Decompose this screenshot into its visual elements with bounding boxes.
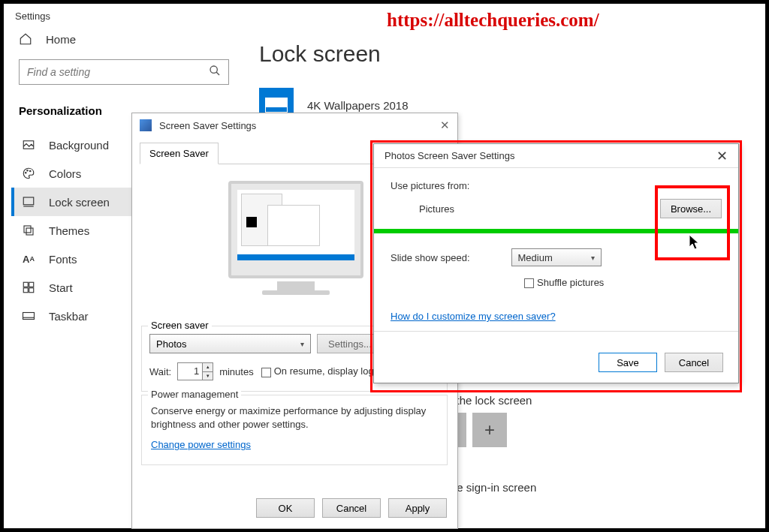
search-icon xyxy=(209,65,221,80)
svg-rect-14 xyxy=(23,313,35,320)
cancel-button[interactable]: Cancel xyxy=(665,353,723,372)
tab-screensaver[interactable]: Screen Saver xyxy=(140,143,219,164)
nav-label: Fonts xyxy=(49,253,77,266)
nav-label: Background xyxy=(49,139,109,152)
palette-icon xyxy=(22,167,35,180)
lockscreen-icon xyxy=(22,195,35,209)
svg-rect-8 xyxy=(24,226,31,233)
close-icon[interactable]: ✕ xyxy=(440,119,450,132)
dialog-title: Photos Screen Saver Settings xyxy=(384,150,514,161)
taskbar-icon xyxy=(22,309,35,323)
separator xyxy=(374,331,738,332)
svg-rect-12 xyxy=(23,288,28,293)
annotation-line xyxy=(374,229,738,233)
nav-label: Taskbar xyxy=(49,310,89,323)
fonts-icon: AA xyxy=(22,252,35,266)
wait-value: 1 xyxy=(178,363,202,380)
dialog-title: Screen Saver Settings xyxy=(159,120,256,131)
nav-label: Themes xyxy=(49,224,89,237)
home-label: Home xyxy=(46,33,76,46)
close-icon[interactable]: ✕ xyxy=(716,148,728,164)
svg-line-1 xyxy=(216,72,219,75)
svg-rect-6 xyxy=(23,197,34,205)
nav-label: Lock screen xyxy=(49,196,110,209)
apply-button[interactable]: Apply xyxy=(388,498,447,518)
watermark-url: https://alltechqueries.com/ xyxy=(387,10,599,31)
dialog-titlebar[interactable]: Photos Screen Saver Settings xyxy=(374,144,738,168)
customize-help-link[interactable]: How do I customize my screen saver? xyxy=(391,311,556,322)
start-icon xyxy=(22,281,35,294)
shuffle-checkbox[interactable] xyxy=(524,278,534,288)
power-group-label: Power management xyxy=(148,389,241,400)
browse-button[interactable]: Browse... xyxy=(660,199,722,218)
nav-label: Colors xyxy=(49,167,81,180)
save-button[interactable]: Save xyxy=(599,353,657,372)
cancel-button[interactable]: Cancel xyxy=(322,498,381,518)
screensaver-select[interactable]: Photos ▾ xyxy=(149,334,311,353)
spinner-up-icon[interactable]: ▲ xyxy=(203,363,213,372)
ok-button[interactable]: OK xyxy=(256,498,315,518)
group-label: Screen saver xyxy=(148,320,212,331)
onresume-checkbox[interactable] xyxy=(261,368,271,377)
minutes-label: minutes xyxy=(219,366,254,377)
add-app-button[interactable]: + xyxy=(472,413,507,447)
themes-icon xyxy=(22,224,35,237)
wait-spinner[interactable]: 1 ▲▼ xyxy=(177,362,213,380)
svg-rect-13 xyxy=(29,288,34,293)
picture-icon xyxy=(22,138,35,152)
photos-screensaver-dialog: Photos Screen Saver Settings ✕ Use pictu… xyxy=(373,143,739,383)
chevron-down-icon: ▾ xyxy=(300,340,304,348)
search-input[interactable] xyxy=(27,66,200,78)
speed-label: Slide show speed: xyxy=(391,252,470,263)
svg-rect-9 xyxy=(26,228,33,235)
main-content: Lock screen 4K Wallpapers 2018 xyxy=(259,41,409,122)
home-nav[interactable]: Home xyxy=(11,26,237,52)
use-pictures-label: Use pictures from: xyxy=(391,180,722,191)
svg-rect-11 xyxy=(29,282,34,287)
shuffle-label: Shuffle pictures xyxy=(537,277,604,288)
pictures-folder-label: Pictures xyxy=(419,203,454,215)
svg-point-5 xyxy=(30,170,32,172)
nav-label: Start xyxy=(49,281,73,294)
chevron-down-icon: ▾ xyxy=(591,254,595,262)
home-icon xyxy=(19,32,32,46)
dialog-icon xyxy=(140,119,152,131)
select-value: Photos xyxy=(156,338,186,350)
svg-point-4 xyxy=(27,170,29,172)
power-text: Conserve energy or maximize performance … xyxy=(151,404,438,431)
app-title: Settings xyxy=(15,11,50,22)
speed-value: Medium xyxy=(518,252,553,263)
spinner-down-icon[interactable]: ▼ xyxy=(203,372,213,380)
power-settings-link[interactable]: Change power settings xyxy=(151,439,251,450)
app-tile-label: 4K Wallpapers 2018 xyxy=(307,99,409,112)
search-box[interactable] xyxy=(19,59,229,85)
svg-rect-10 xyxy=(23,282,28,287)
dialog-titlebar[interactable]: Screen Saver Settings xyxy=(132,113,457,137)
svg-point-0 xyxy=(210,66,217,73)
screensaver-preview xyxy=(198,173,394,316)
power-group: Power management Conserve energy or maxi… xyxy=(141,395,448,465)
wait-label: Wait: xyxy=(149,366,171,377)
plus-icon: + xyxy=(484,419,495,440)
svg-point-3 xyxy=(26,173,27,174)
page-title: Lock screen xyxy=(259,41,409,67)
speed-select[interactable]: Medium ▾ xyxy=(511,248,602,266)
